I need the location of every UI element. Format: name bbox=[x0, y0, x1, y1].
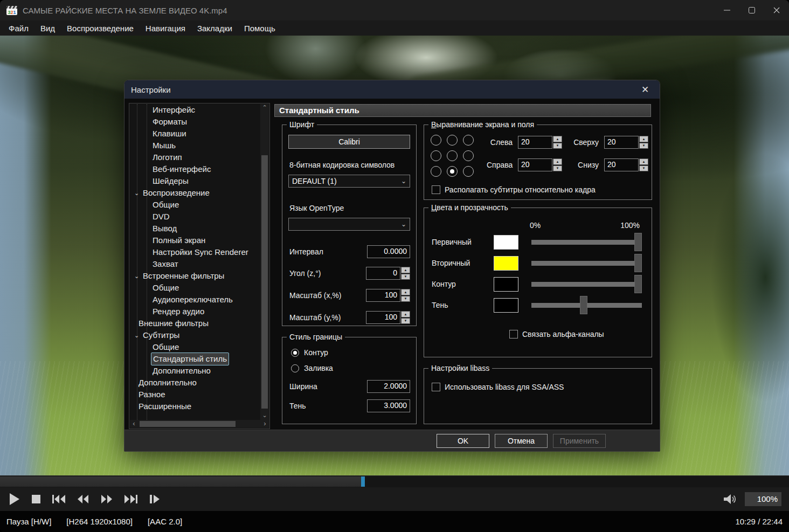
volume-slider[interactable]: 100% bbox=[745, 492, 781, 506]
spin-up-icon[interactable]: ▲ bbox=[553, 136, 562, 142]
seek-position-marker[interactable] bbox=[361, 476, 365, 487]
frame-step-button[interactable] bbox=[149, 494, 161, 504]
spin-up-icon[interactable]: ▲ bbox=[401, 289, 410, 295]
tree-item[interactable]: Форматы bbox=[130, 116, 260, 128]
spin-down-icon[interactable]: ▼ bbox=[401, 318, 410, 324]
scroll-up-icon[interactable]: ⌃ bbox=[260, 104, 269, 112]
maximize-button[interactable] bbox=[739, 0, 764, 20]
tree-vertical-scrollbar[interactable]: ⌃ ⌄ bbox=[260, 104, 269, 420]
color-swatch[interactable] bbox=[494, 235, 518, 250]
spin-up-icon[interactable]: ▲ bbox=[553, 158, 562, 165]
tree-item[interactable]: Дополнительно bbox=[130, 365, 260, 377]
value-input[interactable]: 0.0000 bbox=[367, 245, 410, 258]
scroll-down-icon[interactable]: ⌄ bbox=[260, 412, 269, 420]
chevron-expanded-icon[interactable]: ⌄ bbox=[134, 187, 142, 199]
radio-icon[interactable] bbox=[291, 364, 299, 372]
link-alpha-checkbox-row[interactable]: Связать альфа-каналы bbox=[509, 330, 604, 338]
tree-item[interactable]: Логотип bbox=[130, 151, 260, 163]
close-button[interactable] bbox=[764, 0, 789, 20]
slider-thumb[interactable] bbox=[634, 275, 642, 293]
tree-item[interactable]: Дополнительно bbox=[130, 377, 260, 389]
scrollbar-thumb[interactable] bbox=[261, 155, 268, 409]
relative-to-frame-checkbox-row[interactable]: Располагать субтитры относительно кадра bbox=[432, 185, 596, 194]
spin-down-icon[interactable]: ▼ bbox=[553, 143, 562, 149]
apply-button[interactable]: Применить bbox=[553, 434, 606, 448]
tree-item[interactable]: Мышь bbox=[130, 140, 260, 151]
tree-item[interactable]: ⌄Воспроизведение bbox=[130, 187, 260, 199]
minimize-button[interactable] bbox=[715, 0, 739, 20]
encoding-dropdown[interactable]: DEFAULT (1) ⌄ bbox=[288, 175, 410, 188]
value-input[interactable]: 100 bbox=[366, 311, 400, 324]
skip-back-button[interactable] bbox=[52, 494, 66, 504]
spin-down-icon[interactable]: ▼ bbox=[639, 143, 648, 149]
value-input[interactable]: 2.0000 bbox=[367, 380, 410, 393]
use-libass-checkbox-row[interactable]: Использовать libass для SSA/ASS bbox=[432, 383, 564, 391]
dialog-close-icon[interactable]: ✕ bbox=[637, 84, 653, 95]
value-input[interactable]: 20 bbox=[604, 136, 639, 149]
seek-bar[interactable] bbox=[0, 475, 789, 487]
border-style-radio-row[interactable]: Заливка bbox=[291, 364, 333, 372]
ok-button[interactable]: OK bbox=[437, 434, 489, 448]
checkbox-icon[interactable] bbox=[432, 383, 440, 391]
value-input[interactable]: 20 bbox=[518, 136, 552, 149]
alpha-slider[interactable] bbox=[531, 275, 642, 293]
tree-item[interactable]: Стандартный стиль bbox=[130, 353, 260, 365]
value-input[interactable]: 20 bbox=[518, 158, 552, 171]
dialog-title-bar[interactable]: Настройки ✕ bbox=[124, 80, 660, 99]
stop-button[interactable] bbox=[31, 494, 41, 504]
alpha-slider[interactable] bbox=[531, 296, 642, 314]
spin-down-icon[interactable]: ▼ bbox=[553, 165, 562, 172]
alignment-radio[interactable] bbox=[447, 135, 458, 146]
tree-item[interactable]: ⌄Субтитры bbox=[130, 329, 260, 341]
menu-item[interactable]: Вид bbox=[35, 22, 60, 34]
menu-item[interactable]: Помощь bbox=[239, 22, 281, 34]
cancel-button[interactable]: Отмена bbox=[495, 434, 548, 448]
chevron-expanded-icon[interactable]: ⌄ bbox=[134, 329, 142, 341]
tree-item[interactable]: Веб-интерфейс bbox=[130, 163, 260, 175]
alignment-radio[interactable] bbox=[463, 150, 474, 161]
tree-item[interactable]: Общие bbox=[130, 341, 260, 353]
spin-down-icon[interactable]: ▼ bbox=[401, 296, 410, 302]
checkbox-icon[interactable] bbox=[432, 185, 440, 194]
alignment-radio[interactable] bbox=[447, 166, 458, 177]
tree-item[interactable]: ⌄Встроенные фильтры bbox=[130, 270, 260, 282]
scroll-left-icon[interactable]: ‹ bbox=[130, 420, 138, 428]
menu-item[interactable]: Навигация bbox=[140, 22, 191, 34]
tree-item[interactable]: Полный экран bbox=[130, 234, 260, 246]
alignment-radio[interactable] bbox=[431, 135, 441, 146]
alignment-radio[interactable] bbox=[431, 166, 441, 177]
slider-thumb[interactable] bbox=[580, 296, 587, 314]
tree-item[interactable]: Общие bbox=[130, 282, 260, 294]
menu-item[interactable]: Файл bbox=[3, 22, 34, 34]
alignment-radio[interactable] bbox=[463, 166, 474, 177]
alpha-slider[interactable] bbox=[531, 254, 642, 272]
tree-item[interactable]: Расширенные bbox=[130, 400, 260, 412]
volume-icon[interactable] bbox=[722, 493, 737, 506]
alpha-slider[interactable] bbox=[531, 233, 642, 251]
scroll-right-icon[interactable]: › bbox=[261, 420, 269, 428]
tree-item[interactable]: Аудиопереключатель bbox=[130, 294, 260, 306]
tree-item[interactable]: DVD bbox=[130, 211, 260, 223]
spin-up-icon[interactable]: ▲ bbox=[401, 267, 410, 273]
tree-item[interactable]: Настройки Sync Renderer bbox=[130, 246, 260, 258]
rewind-button[interactable] bbox=[77, 494, 89, 504]
tree-item[interactable]: Внешние фильтры bbox=[130, 317, 260, 329]
tree-item[interactable]: Вывод bbox=[130, 223, 260, 234]
spin-down-icon[interactable]: ▼ bbox=[401, 274, 410, 280]
tree-item[interactable]: Рендер аудио bbox=[130, 306, 260, 317]
tree-item[interactable]: Шейдеры bbox=[130, 175, 260, 187]
tree-item[interactable]: Захват bbox=[130, 258, 260, 270]
tree-item[interactable]: Разное bbox=[130, 389, 260, 400]
radio-icon[interactable] bbox=[291, 349, 299, 357]
spin-down-icon[interactable]: ▼ bbox=[639, 165, 648, 172]
play-button[interactable] bbox=[8, 492, 20, 506]
spin-up-icon[interactable]: ▲ bbox=[639, 158, 648, 165]
alignment-radio[interactable] bbox=[431, 150, 441, 161]
spin-up-icon[interactable]: ▲ bbox=[401, 311, 410, 317]
fast-forward-button[interactable] bbox=[100, 494, 113, 504]
checkbox-icon[interactable] bbox=[509, 330, 518, 338]
color-swatch[interactable] bbox=[494, 298, 518, 313]
spin-up-icon[interactable]: ▲ bbox=[639, 136, 648, 142]
font-select-button[interactable]: Calibri bbox=[288, 135, 410, 149]
skip-forward-button[interactable] bbox=[124, 494, 138, 504]
